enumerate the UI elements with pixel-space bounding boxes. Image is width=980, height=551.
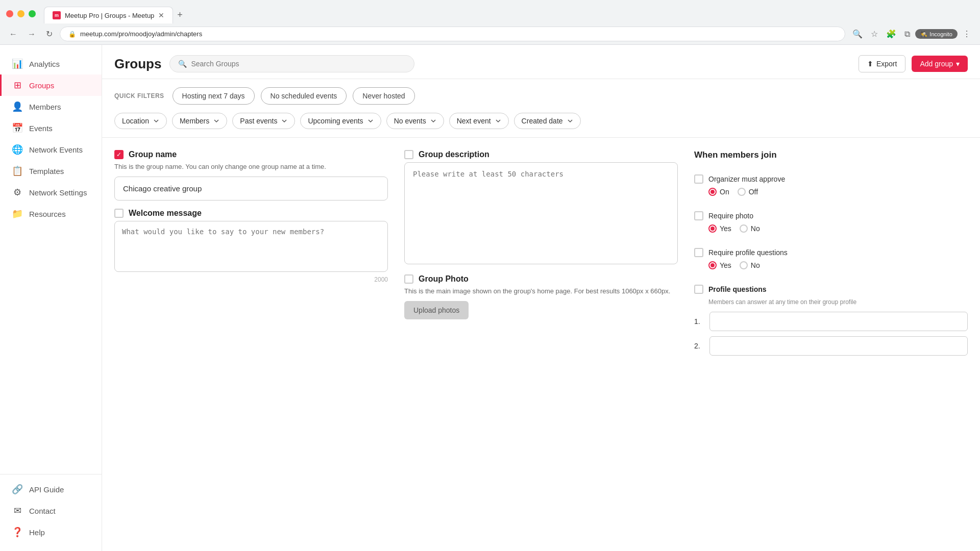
quick-filter-hosting[interactable]: Hosting next 7 days (173, 87, 255, 105)
group-description-textarea[interactable] (404, 162, 678, 264)
app-layout: 📊 Analytics ⊞ Groups 👤 Members 📅 Events … (0, 45, 980, 551)
filter-upcoming-events-label: Upcoming events (308, 117, 363, 125)
filter-next-event-label: Next event (457, 117, 491, 125)
sidebar-label-members: Members (29, 103, 61, 111)
add-group-button[interactable]: Add group ▾ (912, 56, 968, 72)
search-input[interactable] (191, 60, 406, 68)
members-icon: 👤 (12, 101, 23, 112)
question-1-row: 1. (694, 312, 968, 331)
form-area: ✓ Group name This is the group name. You… (102, 138, 980, 373)
sidebar-item-members[interactable]: 👤 Members (0, 96, 102, 117)
filter-members[interactable]: Members (172, 113, 227, 129)
extensions-button[interactable]: 🧩 (883, 27, 899, 41)
welcome-message-header: Welcome message (114, 209, 388, 218)
group-description-title: Group description (419, 150, 489, 159)
url-bar[interactable]: 🔒 meetup.com/pro/moodjoy/admin/chapters (60, 27, 845, 41)
chevron-down-icon (368, 118, 374, 124)
radio-on[interactable]: On (708, 188, 729, 196)
question-1-input[interactable] (709, 312, 968, 331)
network-events-icon: 🌐 (12, 144, 23, 155)
active-tab[interactable]: m Meetup Pro | Groups - Meetup ✕ (44, 7, 173, 23)
filter-location[interactable]: Location (114, 113, 167, 129)
minimize-window-button[interactable] (17, 10, 24, 17)
sidebar-item-templates[interactable]: 📋 Templates (0, 160, 102, 182)
profile-questions-checkbox[interactable] (694, 285, 703, 294)
radio-off[interactable]: Off (738, 188, 758, 196)
quick-filter-no-scheduled[interactable]: No scheduled events (261, 87, 347, 105)
window-split-button[interactable]: ⧉ (901, 28, 913, 41)
require-photo-no[interactable]: No (740, 224, 760, 233)
group-name-checkbox[interactable]: ✓ (114, 150, 124, 159)
window-controls[interactable] (6, 10, 36, 17)
group-name-input[interactable] (114, 177, 388, 201)
filter-no-events[interactable]: No events (386, 113, 444, 129)
require-photo-checkbox[interactable] (694, 211, 703, 220)
sidebar-item-groups[interactable]: ⊞ Groups (0, 74, 102, 96)
question-2-row: 2. (694, 336, 968, 356)
filter-past-events[interactable]: Past events (232, 113, 295, 129)
require-pq-no[interactable]: No (740, 261, 760, 269)
filter-created-date[interactable]: Created date (514, 113, 581, 129)
chevron-down-icon (153, 118, 159, 124)
sidebar-item-network-settings[interactable]: ⚙ Network Settings (0, 182, 102, 203)
sidebar-item-events[interactable]: 📅 Events (0, 117, 102, 139)
filter-next-event[interactable]: Next event (449, 113, 509, 129)
browser-chrome: m Meetup Pro | Groups - Meetup ✕ + ← → ↻… (0, 0, 980, 45)
require-profile-questions-label: Require profile questions (708, 248, 788, 257)
require-profile-questions-checkbox[interactable] (694, 248, 703, 257)
filter-past-events-label: Past events (240, 117, 277, 125)
incognito-label: Incognito (929, 31, 952, 37)
group-photo-field: Group Photo This is the main image shown… (404, 274, 678, 319)
templates-icon: 📋 (12, 165, 23, 177)
require-photo-field: Require photo Yes No (694, 211, 968, 240)
form-col-1: ✓ Group name This is the group name. You… (114, 150, 388, 361)
group-description-checkbox[interactable] (404, 150, 413, 159)
groups-icon: ⊞ (12, 80, 23, 91)
organizer-approve-field: Organizer must approve On Off (694, 174, 968, 203)
sidebar-label-resources: Resources (29, 210, 66, 218)
require-pq-no-label: No (751, 261, 760, 269)
profile-questions-description: Members can answer at any time on their … (708, 298, 968, 307)
filter-upcoming-events[interactable]: Upcoming events (300, 113, 381, 129)
new-tab-button[interactable]: + (173, 6, 187, 23)
upload-photos-button[interactable]: Upload photos (404, 301, 469, 319)
close-window-button[interactable] (6, 10, 13, 17)
search-button[interactable]: 🔍 (849, 27, 866, 41)
tab-bar: m Meetup Pro | Groups - Meetup ✕ + (40, 6, 191, 23)
sidebar-item-resources[interactable]: 📁 Resources (0, 203, 102, 224)
sidebar-item-analytics[interactable]: 📊 Analytics (0, 53, 102, 74)
require-photo-yes[interactable]: Yes (708, 224, 731, 233)
search-bar[interactable]: 🔍 (169, 55, 414, 72)
welcome-message-checkbox[interactable] (114, 209, 124, 218)
sidebar-item-contact[interactable]: ✉ Contact (0, 500, 102, 521)
tab-close-button[interactable]: ✕ (158, 11, 164, 19)
quick-filter-never-hosted[interactable]: Never hosted (353, 87, 414, 105)
back-button[interactable]: ← (6, 28, 20, 41)
filter-location-label: Location (122, 117, 149, 125)
reload-button[interactable]: ↻ (43, 27, 56, 41)
sidebar-item-help[interactable]: ❓ Help (0, 521, 102, 543)
question-2-input[interactable] (709, 336, 968, 356)
search-icon: 🔍 (178, 60, 187, 68)
maximize-window-button[interactable] (29, 10, 36, 17)
profile-questions-title: Profile questions (708, 285, 767, 293)
welcome-message-textarea[interactable] (114, 221, 388, 272)
welcome-message-counter: 2000 (114, 276, 388, 283)
organizer-approve-checkbox[interactable] (694, 174, 703, 184)
chevron-down-icon (495, 118, 501, 124)
address-bar: ← → ↻ 🔒 meetup.com/pro/moodjoy/admin/cha… (0, 23, 980, 44)
sidebar-item-network-events[interactable]: 🌐 Network Events (0, 139, 102, 160)
forward-button[interactable]: → (24, 28, 39, 41)
api-guide-icon: 🔗 (12, 484, 23, 495)
require-pq-yes[interactable]: Yes (708, 261, 731, 269)
export-icon: ⬆ (867, 60, 873, 68)
group-photo-checkbox[interactable] (404, 274, 413, 284)
organizer-approve-radio-group: On Off (708, 188, 968, 196)
bookmark-button[interactable]: ☆ (868, 27, 881, 41)
more-menu-button[interactable]: ⋮ (960, 27, 974, 41)
sidebar-item-api-guide[interactable]: 🔗 API Guide (0, 479, 102, 500)
sidebar-label-analytics: Analytics (29, 60, 60, 68)
quick-filters: QUICK FILTERS Hosting next 7 days No sch… (114, 87, 968, 105)
export-button[interactable]: ⬆ Export (859, 55, 905, 72)
group-name-title: Group name (129, 150, 177, 159)
